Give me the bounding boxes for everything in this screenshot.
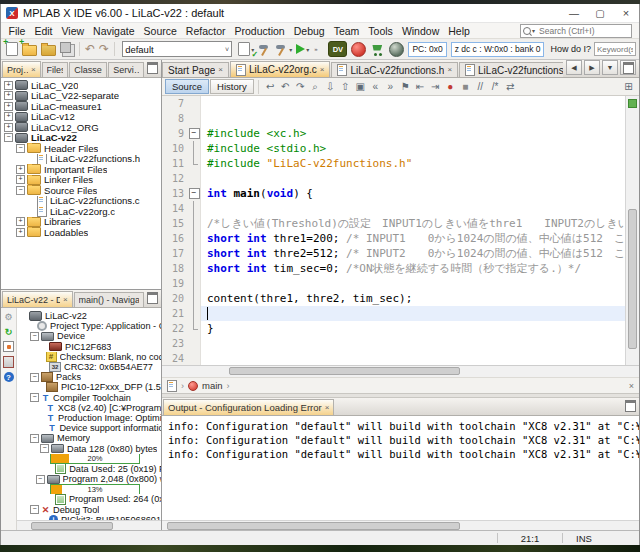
last-edit-location-icon[interactable]: ↩ <box>263 80 278 94</box>
data-visualizer-button[interactable]: DV <box>326 41 349 57</box>
menu-file[interactable]: File <box>4 25 30 37</box>
maximize-editor-button[interactable] <box>620 60 636 75</box>
code-line[interactable]: 9−#include <xc.h> <box>162 126 625 141</box>
tab-lilac-v22functions-h[interactable]: LiLaC-v22functions.h× <box>331 62 458 77</box>
output-horizontal-scrollbar[interactable] <box>162 520 639 530</box>
embedded-hub-button[interactable] <box>387 41 406 57</box>
expand-icon[interactable]: + <box>16 175 25 184</box>
tree-row[interactable]: −LiLaC-v22 <box>1 133 161 144</box>
dashboard-horizontal-scrollbar[interactable] <box>17 520 161 530</box>
menu-navigate[interactable]: Navigate <box>89 25 139 37</box>
maximize-button[interactable]: ▢ <box>587 4 613 22</box>
code-line[interactable]: 16short int thre1=200; /* INPUT1 0から1024… <box>162 231 625 246</box>
collapse-icon[interactable]: − <box>30 505 39 514</box>
collapse-icon[interactable]: − <box>16 144 25 153</box>
close-tab-icon[interactable]: × <box>31 66 36 74</box>
dashboard-tree[interactable]: LiLaC-v22Project Type: Application - Con… <box>17 308 161 520</box>
tree-row[interactable]: LiLaC-v22 <box>17 311 161 321</box>
tree-row[interactable]: LiLaC-v22org.c <box>1 206 161 217</box>
expand-icon[interactable]: + <box>16 165 25 174</box>
tree-row[interactable]: −Source Files <box>1 185 161 196</box>
expand-icon[interactable]: + <box>4 112 13 121</box>
output-console[interactable]: info: Configuration "default" will build… <box>162 416 639 520</box>
collapse-icon[interactable]: − <box>40 444 49 453</box>
find-selection-icon[interactable]: ⌕ <box>308 80 323 94</box>
code-line[interactable]: 7 <box>162 96 625 111</box>
microchip-store-button[interactable] <box>368 41 387 57</box>
tree-row[interactable]: +LiLaCv12_ORG <box>1 122 161 133</box>
tab-lilac-v22functions-c[interactable]: LiLaC-v22functions.c× <box>459 62 563 77</box>
code-line[interactable]: 13−int main(void) { <box>162 186 625 201</box>
tab-lilac-v22-d[interactable]: LiLaC-v22 - D…× <box>2 291 73 307</box>
tree-row[interactable]: LiLaC-v22functions.c <box>1 196 161 207</box>
back-icon[interactable]: ↶ <box>278 80 293 94</box>
tree-row[interactable]: −✕Debug Tool <box>17 505 161 515</box>
tree-row[interactable]: 13% <box>17 484 161 494</box>
tree-row[interactable]: +Linker Files <box>1 175 161 186</box>
comment-icon[interactable]: // <box>473 80 488 94</box>
collapse-icon[interactable]: − <box>16 186 25 195</box>
collapse-icon[interactable]: − <box>30 434 39 443</box>
open-project-button[interactable] <box>39 41 58 57</box>
fold-collapse-icon[interactable]: − <box>189 128 200 139</box>
tab-lilac-v22org-c[interactable]: LiLaC-v22org.c× <box>230 61 330 77</box>
forward-icon[interactable]: ↷ <box>293 80 308 94</box>
tab-proj[interactable]: Proj…× <box>2 61 41 77</box>
tab-start-page[interactable]: Start Page× <box>162 62 229 77</box>
tab-main-navigator[interactable]: main() - Navigator <box>74 292 144 307</box>
expand-icon[interactable]: + <box>4 123 13 132</box>
code-line[interactable]: 24 <box>162 351 625 365</box>
close-tab-icon[interactable]: × <box>320 66 325 74</box>
toggle-header-source-icon[interactable]: ⇄ <box>503 80 518 94</box>
tab-classes[interactable]: Classes <box>69 62 107 77</box>
tree-row[interactable]: +LiLaC-measure1 <box>1 101 161 112</box>
code-line[interactable]: 18short int tim_sec=0; /*ON状態を継続する時間（秒で指… <box>162 261 625 276</box>
toggle-bookmark-icon[interactable]: ⚑ <box>398 80 413 94</box>
close-button[interactable]: × <box>613 4 639 22</box>
tree-row[interactable]: −Program 2,048 (0x800) words <box>17 474 161 484</box>
expand-icon[interactable]: + <box>4 81 13 90</box>
tree-row[interactable]: Data Used: 25 (0x19) Fre <box>17 464 161 474</box>
close-tab-icon[interactable]: × <box>63 296 68 304</box>
tab-list-button[interactable]: ▼ <box>602 60 618 75</box>
save-all-button[interactable] <box>58 41 76 57</box>
minimize-button[interactable]: — <box>561 4 587 22</box>
macro-stop-icon[interactable]: ■ <box>458 80 473 94</box>
code-line[interactable]: 10#include <stdio.h> <box>162 141 625 156</box>
menu-refactor[interactable]: Refactor <box>181 25 230 37</box>
find-previous-icon[interactable]: ⇧ <box>338 80 353 94</box>
tree-row[interactable]: PIC12F683 <box>17 342 161 352</box>
titlebar[interactable]: X MPLAB X IDE v6.00 - LiLaC-v22 : defaul… <box>1 4 639 22</box>
tree-row[interactable]: TXC8 (v2.40) [C:¥Program File <box>17 403 161 413</box>
macro-record-icon[interactable]: ● <box>443 80 458 94</box>
configuration-select[interactable]: default ˅ <box>122 41 232 57</box>
close-tab-icon[interactable]: × <box>218 66 223 74</box>
tree-row[interactable]: +LiLaC-v12 <box>1 112 161 123</box>
minimize-window-group-icon[interactable] <box>147 62 158 74</box>
code-line[interactable]: 20content(thre1, thre2, tim_sec); <box>162 291 625 306</box>
tree-row[interactable]: −Packs <box>17 372 161 382</box>
tree-row[interactable]: 32CRC32: 0x6B54AE77 <box>17 362 161 372</box>
breadcrumb-close-icon[interactable]: × <box>629 381 634 391</box>
code-line[interactable]: 19 <box>162 276 625 291</box>
tree-row[interactable]: 20% <box>17 454 161 464</box>
menu-team[interactable]: Team <box>329 25 364 37</box>
editor-horizontal-scrollbar[interactable] <box>162 365 639 377</box>
collapse-icon[interactable]: − <box>30 373 39 382</box>
expand-icon[interactable]: + <box>4 91 13 100</box>
tree-row[interactable]: Program Used: 264 (0x10 <box>17 494 161 504</box>
tree-row[interactable]: #Checksum: Blank, no code lo <box>17 352 161 362</box>
menu-window[interactable]: Window <box>397 25 443 37</box>
expand-icon[interactable]: + <box>16 217 25 226</box>
tree-row[interactable]: PIC10-12Fxxx_DFP (1.5.61) <box>17 382 161 392</box>
tree-row[interactable]: −Data 128 (0x80) bytes <box>17 443 161 453</box>
minimize-window-group-icon[interactable] <box>147 292 158 304</box>
minimize-window-group-icon[interactable] <box>625 400 636 412</box>
split-editor-icon[interactable]: ⊞ <box>621 80 636 94</box>
scroll-tabs-right-button[interactable]: ▶ <box>584 60 600 75</box>
tab-files[interactable]: Files <box>42 62 69 77</box>
toolbar-overflow-button[interactable]: » <box>311 41 319 57</box>
scroll-tabs-left-button[interactable]: ◀ <box>566 60 582 75</box>
tree-row[interactable]: +LiLaC_V22-separate <box>1 91 161 102</box>
memory-view-icon[interactable] <box>3 341 14 352</box>
